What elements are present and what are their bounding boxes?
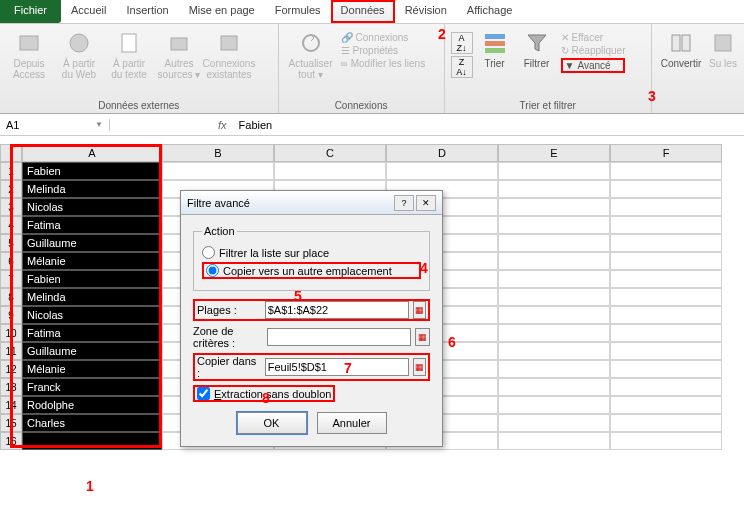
cell[interactable]: Fabien [22,162,162,180]
radio-filter-inplace[interactable] [202,246,215,259]
edit-links-button[interactable]: ∞Modifier les liens [341,58,426,69]
cell[interactable] [610,288,722,306]
cell[interactable]: Mélanie [22,360,162,378]
name-box[interactable]: A1▼ [0,119,110,131]
cell[interactable] [498,198,610,216]
cell[interactable]: Fatima [22,324,162,342]
row-header[interactable]: 6 [0,252,22,270]
cell[interactable]: Melinda [22,180,162,198]
row-header[interactable]: 13 [0,378,22,396]
cell[interactable] [498,432,610,450]
cell[interactable] [610,198,722,216]
clear-filter-button[interactable]: ✕Effacer [561,32,626,43]
cell[interactable]: Charles [22,414,162,432]
tab-review[interactable]: Révision [395,0,457,23]
formula-value[interactable]: Fabien [235,119,277,131]
cell[interactable]: Mélanie [22,252,162,270]
cell[interactable]: Rodolphe [22,396,162,414]
row-header[interactable]: 1 [0,162,22,180]
range-picker-button[interactable]: ▦ [413,301,426,319]
sort-az-button[interactable]: AZ↓ [451,32,473,54]
tab-view[interactable]: Affichage [457,0,523,23]
cell[interactable]: Nicolas [22,198,162,216]
cell[interactable] [22,432,162,450]
properties-button[interactable]: ☰Propriétés [341,45,426,56]
tab-insert[interactable]: Insertion [116,0,178,23]
cell[interactable] [498,288,610,306]
other-sources-button[interactable]: Autres sources ▾ [156,28,202,98]
row-header[interactable]: 2 [0,180,22,198]
existing-connections-button[interactable]: Connexions existantes [206,28,252,98]
cell[interactable]: Guillaume [22,342,162,360]
from-text-button[interactable]: À partir du texte [106,28,152,98]
row-header[interactable]: 5 [0,234,22,252]
cell[interactable] [610,162,722,180]
connections-button[interactable]: 🔗Connexions [341,32,426,43]
cell[interactable] [498,342,610,360]
cell[interactable]: Guillaume [22,234,162,252]
radio-copy-location[interactable] [206,264,219,277]
col-header-B[interactable]: B [162,144,274,162]
copyto-picker-button[interactable]: ▦ [413,358,426,376]
row-header[interactable]: 11 [0,342,22,360]
col-header-A[interactable]: A [22,144,162,162]
select-all-corner[interactable] [0,144,22,162]
cell[interactable] [498,234,610,252]
cell[interactable] [610,234,722,252]
close-button[interactable]: ✕ [416,195,436,211]
sort-za-button[interactable]: ZA↓ [451,56,473,78]
cell[interactable] [498,306,610,324]
from-access-button[interactable]: Depuis Access [6,28,52,98]
cell[interactable] [610,432,722,450]
cell[interactable] [610,414,722,432]
col-header-F[interactable]: F [610,144,722,162]
ok-button[interactable]: OK [237,412,307,434]
cell[interactable] [498,252,610,270]
col-header-E[interactable]: E [498,144,610,162]
checkbox-unique[interactable] [197,387,210,400]
cell[interactable] [610,216,722,234]
cell[interactable] [610,252,722,270]
cell[interactable] [610,324,722,342]
cell[interactable]: Melinda [22,288,162,306]
tab-layout[interactable]: Mise en page [179,0,265,23]
cell[interactable] [274,162,386,180]
refresh-all-button[interactable]: Actualiser tout ▾ [285,28,337,98]
cell[interactable] [498,216,610,234]
cell[interactable] [386,162,498,180]
col-header-C[interactable]: C [274,144,386,162]
fx-icon[interactable]: fx [210,119,235,131]
input-criteria[interactable] [267,328,411,346]
reapply-button[interactable]: ↻Réappliquer [561,45,626,56]
cell[interactable] [610,360,722,378]
cell[interactable] [610,270,722,288]
filter-button[interactable]: Filtrer [517,28,557,98]
cell[interactable] [498,360,610,378]
col-header-D[interactable]: D [386,144,498,162]
cell[interactable] [610,180,722,198]
row-header[interactable]: 16 [0,432,22,450]
criteria-picker-button[interactable]: ▦ [415,328,430,346]
cell[interactable] [610,378,722,396]
row-header[interactable]: 7 [0,270,22,288]
row-header[interactable]: 12 [0,360,22,378]
cancel-button[interactable]: Annuler [317,412,387,434]
cell[interactable]: Fabien [22,270,162,288]
cell[interactable]: Nicolas [22,306,162,324]
sort-button[interactable]: Trier [477,28,513,98]
tab-home[interactable]: Accueil [61,0,116,23]
cell[interactable] [498,414,610,432]
row-header[interactable]: 3 [0,198,22,216]
cell[interactable] [498,180,610,198]
cell[interactable] [610,342,722,360]
cell[interactable] [498,162,610,180]
text-to-columns-button[interactable]: Convertir [658,28,704,109]
tab-data[interactable]: Données [331,0,395,23]
row-header[interactable]: 8 [0,288,22,306]
input-range[interactable] [265,301,409,319]
cell[interactable] [498,324,610,342]
tab-file[interactable]: Fichier [0,0,61,23]
remove-button[interactable]: Su les [708,28,738,109]
input-copyto[interactable] [265,358,409,376]
cell[interactable]: Fatima [22,216,162,234]
